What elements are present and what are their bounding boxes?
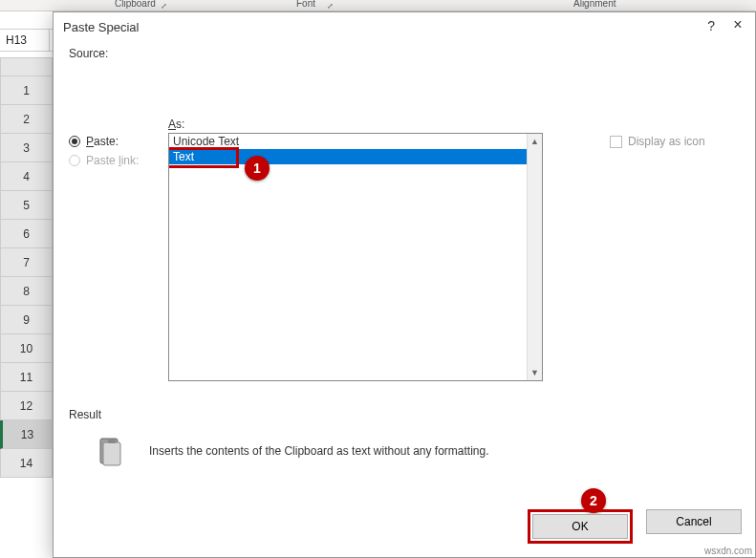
scroll-up-icon[interactable]: ▲	[528, 134, 542, 149]
dialog-titlebar[interactable]: Paste Special ? ×	[54, 12, 755, 41]
radio-icon	[69, 136, 80, 147]
row-header[interactable]: 12	[0, 392, 53, 420]
list-item[interactable]: Text	[169, 149, 542, 164]
paste-link-radio-label: Paste link:	[86, 154, 139, 167]
result-description: Inserts the contents of the Clipboard as…	[149, 444, 489, 458]
row-header[interactable]: 14	[0, 449, 53, 478]
paste-radio-label: Paste:	[86, 135, 119, 148]
paste-link-radio: Paste link:	[69, 154, 168, 167]
cancel-button[interactable]: Cancel	[646, 509, 742, 534]
clipboard-icon	[97, 435, 124, 467]
display-as-icon-checkbox: Display as icon	[610, 135, 740, 148]
row-header[interactable]: 1	[0, 76, 53, 105]
row-header[interactable]: 10	[0, 334, 53, 363]
radio-icon	[69, 155, 80, 166]
paste-radio[interactable]: Paste:	[69, 135, 168, 148]
scroll-down-icon[interactable]: ▼	[528, 365, 542, 380]
result-label: Result	[69, 408, 740, 421]
row-header[interactable]: 3	[0, 134, 53, 162]
source-label: Source:	[69, 47, 740, 60]
list-item[interactable]: Unicode Text	[169, 134, 542, 149]
watermark: wsxdn.com	[704, 546, 752, 556]
close-button[interactable]: ×	[728, 16, 747, 33]
annotation-callout-1: 1	[245, 156, 270, 181]
row-header[interactable]: 7	[0, 248, 53, 277]
paste-special-dialog: Paste Special ? × Source: Paste: Paste l…	[53, 11, 756, 558]
expand-icon[interactable]: ⤢	[327, 2, 334, 11]
row-header[interactable]: 6	[0, 220, 53, 248]
ribbon-group-alignment: Alignment	[573, 0, 616, 9]
annotation-highlight: OK	[528, 509, 633, 544]
as-label: As:	[168, 118, 587, 131]
svg-rect-2	[108, 440, 116, 443]
row-headers: 1 2 3 4 5 6 7 8 9 10 11 12 13 14	[0, 57, 53, 558]
ok-button[interactable]: OK	[532, 514, 628, 539]
row-header[interactable]: 9	[0, 306, 53, 334]
dialog-buttons: OK Cancel	[514, 502, 755, 551]
name-box[interactable]: H13	[0, 30, 50, 51]
help-button[interactable]: ?	[707, 18, 715, 33]
row-header[interactable]: 11	[0, 363, 53, 392]
as-listbox[interactable]: Unicode Text Text ▲ ▼	[168, 133, 543, 381]
select-all-corner[interactable]	[0, 57, 53, 76]
checkbox-icon	[610, 136, 622, 148]
ribbon-group-clipboard: Clipboard	[115, 0, 156, 9]
row-header[interactable]: 5	[0, 191, 53, 220]
row-header[interactable]: 13	[0, 420, 53, 449]
ribbon-group-font: Font	[296, 0, 315, 9]
svg-rect-1	[103, 442, 120, 465]
display-as-icon-label: Display as icon	[628, 135, 705, 148]
dialog-title: Paste Special	[63, 20, 140, 34]
row-header[interactable]: 2	[0, 105, 53, 134]
row-header[interactable]: 4	[0, 162, 53, 191]
expand-icon[interactable]: ⤢	[161, 2, 167, 11]
ribbon-groups: Clipboard Font Alignment ⤢ ⤢	[0, 0, 756, 11]
scrollbar[interactable]: ▲ ▼	[527, 134, 542, 380]
row-header[interactable]: 8	[0, 277, 53, 306]
